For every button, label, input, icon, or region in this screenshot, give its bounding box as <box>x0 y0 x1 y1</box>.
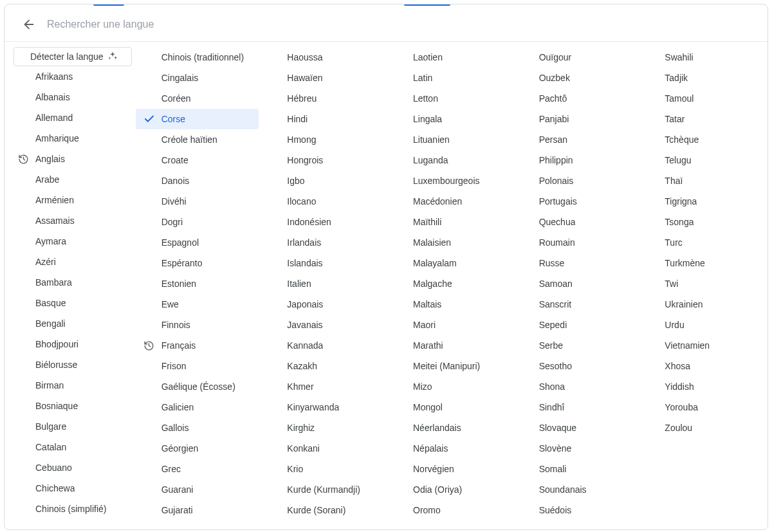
language-option[interactable]: Afrikaans <box>10 66 133 87</box>
language-option[interactable]: Macédonien <box>387 191 511 212</box>
language-option[interactable]: Italien <box>261 273 385 294</box>
language-option[interactable]: Gallois <box>136 417 259 438</box>
detect-language-button[interactable]: Détecter la langue <box>14 47 132 66</box>
language-option[interactable]: Amharique <box>10 128 133 149</box>
language-option[interactable]: Catalan <box>10 437 133 457</box>
language-option[interactable]: Quechua <box>513 212 637 232</box>
language-option[interactable]: Tsonga <box>639 212 762 232</box>
language-option[interactable]: Kazakh <box>261 356 385 376</box>
language-option[interactable]: Hindi <box>261 109 385 129</box>
language-option[interactable]: Maori <box>387 315 511 335</box>
language-option[interactable]: Javanais <box>261 315 385 335</box>
language-option[interactable]: Ouïgour <box>513 47 637 68</box>
language-option[interactable]: Bosniaque <box>10 396 133 416</box>
language-option[interactable]: Tamoul <box>639 88 762 109</box>
language-option[interactable]: Thaï <box>639 170 762 191</box>
language-option[interactable]: Ouzbek <box>513 68 637 88</box>
language-option[interactable]: Yorouba <box>639 397 762 417</box>
language-option[interactable]: Estonien <box>136 273 259 294</box>
language-option[interactable]: Cingalais <box>136 68 259 88</box>
language-option[interactable]: Kurde (Kurmandji) <box>261 479 385 500</box>
language-option[interactable]: Ewe <box>136 294 259 315</box>
language-option[interactable]: Japonais <box>261 294 385 315</box>
language-option[interactable]: Galicien <box>136 397 259 417</box>
language-option[interactable]: Samoan <box>513 273 637 294</box>
language-option[interactable]: Tigrigna <box>639 191 762 212</box>
language-option[interactable]: Bambara <box>10 272 133 293</box>
language-option[interactable]: Marathi <box>387 335 511 356</box>
language-option[interactable]: Malaisien <box>387 232 511 253</box>
language-option[interactable]: Biélorusse <box>10 354 133 375</box>
language-option[interactable]: Bengali <box>10 313 133 334</box>
language-option[interactable]: Basque <box>10 293 133 313</box>
language-option[interactable]: Luxembourgeois <box>387 170 511 191</box>
language-option[interactable]: Frison <box>136 356 259 376</box>
back-button[interactable] <box>16 12 42 37</box>
language-option[interactable]: Suédois <box>513 500 637 520</box>
language-option[interactable]: Mongol <box>387 397 511 417</box>
language-option[interactable]: Malgache <box>387 273 511 294</box>
language-option[interactable]: Chinois (traditionnel) <box>136 47 259 68</box>
language-option[interactable]: Krio <box>261 459 385 479</box>
language-option[interactable]: Konkani <box>261 438 385 459</box>
language-option[interactable]: Islandais <box>261 253 385 273</box>
language-option[interactable]: Maltais <box>387 294 511 315</box>
language-option[interactable]: Lingala <box>387 109 511 129</box>
language-option[interactable]: Roumain <box>513 232 637 253</box>
language-option[interactable]: Shona <box>513 376 637 397</box>
language-option[interactable]: Sepedi <box>513 315 637 335</box>
language-option[interactable]: Ukrainien <box>639 294 762 315</box>
language-option[interactable]: Lituanien <box>387 129 511 150</box>
language-option[interactable]: Irlandais <box>261 232 385 253</box>
language-option[interactable]: Ilocano <box>261 191 385 212</box>
language-option[interactable]: Igbo <box>261 170 385 191</box>
language-option[interactable]: Malayalam <box>387 253 511 273</box>
language-option[interactable]: Guarani <box>136 479 259 500</box>
language-option[interactable]: Panjabi <box>513 109 637 129</box>
language-option[interactable]: Swahili <box>639 47 762 68</box>
language-option[interactable]: Espéranto <box>136 253 259 273</box>
language-option[interactable]: Laotien <box>387 47 511 68</box>
language-option[interactable]: Albanais <box>10 87 133 107</box>
language-option[interactable]: Gaélique (Écosse) <box>136 376 259 397</box>
language-option[interactable]: Telugu <box>639 150 762 170</box>
language-option[interactable]: Turkmène <box>639 253 762 273</box>
language-option[interactable]: Persan <box>513 129 637 150</box>
language-option[interactable]: Turc <box>639 232 762 253</box>
language-option[interactable]: Croate <box>136 150 259 170</box>
language-option[interactable]: Philippin <box>513 150 637 170</box>
language-option[interactable]: Kurde (Sorani) <box>261 500 385 520</box>
language-option[interactable]: Hawaïen <box>261 68 385 88</box>
language-option[interactable]: Polonais <box>513 170 637 191</box>
language-option[interactable]: Haoussa <box>261 47 385 68</box>
language-option[interactable]: Serbe <box>513 335 637 356</box>
language-option[interactable]: Anglais <box>10 149 133 169</box>
language-option[interactable]: Birman <box>10 375 133 396</box>
language-option[interactable]: Odia (Oriya) <box>387 479 511 500</box>
language-option[interactable]: Somali <box>513 459 637 479</box>
language-option[interactable]: Géorgien <box>136 438 259 459</box>
language-option[interactable]: Tchèque <box>639 129 762 150</box>
language-option[interactable]: Letton <box>387 88 511 109</box>
language-option[interactable]: Xhosa <box>639 356 762 376</box>
language-option[interactable]: Corse <box>136 109 259 129</box>
language-option[interactable]: Hmong <box>261 129 385 150</box>
language-option[interactable]: Oromo <box>387 500 511 520</box>
language-option[interactable]: Danois <box>136 170 259 191</box>
language-option[interactable]: Tadjik <box>639 68 762 88</box>
language-option[interactable]: Dogri <box>136 212 259 232</box>
language-option[interactable]: Slovène <box>513 438 637 459</box>
language-option[interactable]: Zoulou <box>639 417 762 438</box>
language-option[interactable]: Allemand <box>10 107 133 128</box>
language-option[interactable]: Népalais <box>387 438 511 459</box>
language-option[interactable]: Chichewa <box>10 478 133 499</box>
language-option[interactable]: Divéhi <box>136 191 259 212</box>
language-option[interactable]: Grec <box>136 459 259 479</box>
language-option[interactable]: Bhodjpouri <box>10 334 133 354</box>
language-option[interactable]: Indonésien <box>261 212 385 232</box>
language-option[interactable]: Finnois <box>136 315 259 335</box>
language-option[interactable]: Kannada <box>261 335 385 356</box>
language-option[interactable]: Espagnol <box>136 232 259 253</box>
language-option[interactable]: Assamais <box>10 210 133 231</box>
language-option[interactable]: Russe <box>513 253 637 273</box>
